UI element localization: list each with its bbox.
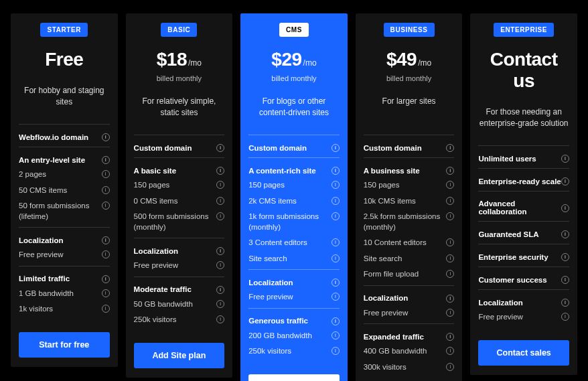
feature-group-title: Webflow.io domaini bbox=[19, 130, 110, 144]
info-icon[interactable]: i bbox=[102, 236, 110, 244]
info-icon[interactable]: i bbox=[561, 313, 569, 321]
feature-item: Form file uploadi bbox=[364, 266, 455, 283]
plan-card-starter: STARTERFreeFor hobby and staging sitesWe… bbox=[11, 13, 118, 367]
feature-item-text: 1 GB bandwidth bbox=[19, 289, 74, 299]
info-icon[interactable]: i bbox=[446, 333, 454, 341]
feature-item-text: 50 form submissions (lifetime) bbox=[19, 201, 98, 222]
feature-group-title-text: Enterprise-ready scale bbox=[478, 177, 561, 185]
feature-item-text: 200 GB bandwidth bbox=[248, 331, 312, 341]
info-icon[interactable]: i bbox=[332, 279, 340, 287]
info-icon[interactable]: i bbox=[102, 170, 110, 178]
info-icon[interactable]: i bbox=[102, 202, 110, 210]
feature-item-text: 50 GB bandwidth bbox=[134, 299, 193, 310]
feature-item-text: 10k CMS items bbox=[364, 196, 416, 207]
plan-price-line: Free bbox=[19, 49, 110, 70]
info-icon[interactable]: i bbox=[446, 270, 454, 278]
feature-item: 10k CMS itemsi bbox=[364, 194, 455, 210]
info-icon[interactable]: i bbox=[102, 275, 110, 283]
feature-item: 2.5k form submissions (monthly)i bbox=[364, 209, 455, 235]
feature-group: An entry-level sitei2 pagesi50 CMS items… bbox=[19, 147, 110, 227]
plan-per: /mo bbox=[188, 58, 202, 68]
plan-badge: BASIC bbox=[161, 23, 197, 37]
feature-group-title-text: Localization bbox=[478, 299, 522, 307]
info-icon[interactable]: i bbox=[332, 181, 340, 189]
info-icon[interactable]: i bbox=[216, 197, 224, 205]
info-icon[interactable]: i bbox=[102, 156, 110, 164]
info-icon[interactable]: i bbox=[561, 155, 569, 163]
info-icon[interactable]: i bbox=[216, 167, 224, 175]
info-icon[interactable]: i bbox=[216, 212, 224, 220]
info-icon[interactable]: i bbox=[216, 300, 224, 308]
info-icon[interactable]: i bbox=[332, 347, 340, 355]
info-icon[interactable]: i bbox=[102, 133, 110, 141]
info-icon[interactable]: i bbox=[332, 317, 340, 325]
plan-cta-button[interactable]: Start for free bbox=[19, 332, 110, 358]
info-icon[interactable]: i bbox=[561, 299, 569, 307]
feature-item-text: 400 GB bandwidth bbox=[364, 346, 427, 357]
feature-item-text: 2.5k form submissions (monthly) bbox=[364, 212, 443, 232]
feature-group-title: A basic sitei bbox=[134, 163, 225, 177]
plan-description: For larger sites bbox=[364, 96, 455, 120]
feature-item-text: Free preview bbox=[19, 250, 63, 260]
info-icon[interactable]: i bbox=[332, 144, 340, 152]
feature-group: LocalizationiFree previewi bbox=[478, 289, 569, 328]
info-icon[interactable]: i bbox=[332, 212, 340, 220]
info-icon[interactable]: i bbox=[102, 289, 110, 297]
info-icon[interactable]: i bbox=[561, 177, 569, 185]
feature-item: 1k form submissions (monthly)i bbox=[248, 209, 340, 235]
info-icon[interactable]: i bbox=[216, 247, 224, 255]
info-icon[interactable]: i bbox=[216, 261, 224, 269]
info-icon[interactable]: i bbox=[561, 230, 569, 238]
plan-cta-button[interactable]: Contact sales bbox=[478, 340, 569, 366]
info-icon[interactable]: i bbox=[446, 363, 454, 371]
info-icon[interactable]: i bbox=[332, 293, 340, 301]
pricing-plans: STARTERFreeFor hobby and staging sitesWe… bbox=[11, 13, 577, 381]
feature-item: 250k visitorsi bbox=[248, 344, 340, 360]
info-icon[interactable]: i bbox=[446, 197, 454, 205]
feature-item: 300k visitorsi bbox=[364, 360, 455, 376]
info-icon[interactable]: i bbox=[446, 254, 454, 262]
info-icon[interactable]: i bbox=[446, 295, 454, 303]
plan-cta-button[interactable]: Add Site plan bbox=[134, 343, 225, 368]
info-icon[interactable]: i bbox=[446, 212, 454, 220]
info-icon[interactable]: i bbox=[332, 167, 340, 175]
info-icon[interactable]: i bbox=[216, 144, 224, 152]
info-icon[interactable]: i bbox=[561, 253, 569, 261]
feature-group-title-text: A content-rich site bbox=[248, 167, 316, 175]
info-icon[interactable]: i bbox=[446, 144, 454, 152]
feature-item-text: 250k visitors bbox=[248, 346, 291, 357]
feature-group-title-text: Localization bbox=[248, 279, 293, 287]
info-icon[interactable]: i bbox=[332, 238, 340, 246]
info-icon[interactable]: i bbox=[332, 331, 340, 339]
info-icon[interactable]: i bbox=[102, 305, 110, 313]
feature-group-title-text: Custom domain bbox=[248, 144, 307, 152]
info-icon[interactable]: i bbox=[332, 254, 340, 262]
feature-group-title: A content-rich sitei bbox=[248, 163, 340, 177]
info-icon[interactable]: i bbox=[102, 186, 110, 194]
plan-card-cms: CMS$29/mobilled monthlyFor blogs or othe… bbox=[240, 13, 348, 381]
info-icon[interactable]: i bbox=[446, 347, 454, 355]
feature-item-text: Free preview bbox=[134, 260, 178, 271]
info-icon[interactable]: i bbox=[561, 276, 569, 284]
info-icon[interactable]: i bbox=[216, 181, 224, 189]
feature-group: Generous traffici200 GB bandwidthi250k v… bbox=[248, 308, 340, 362]
info-icon[interactable]: i bbox=[446, 238, 454, 246]
plan-per: /mo bbox=[418, 58, 431, 68]
info-icon[interactable]: i bbox=[102, 250, 110, 258]
info-icon[interactable]: i bbox=[216, 286, 224, 294]
feature-item-text: 3 Content editors bbox=[248, 238, 307, 248]
feature-group: Customer successi bbox=[478, 266, 569, 289]
feature-item-text: 1k form submissions (monthly) bbox=[248, 212, 327, 232]
feature-group-title-text: Localization bbox=[19, 236, 63, 244]
plan-badge: ENTERPRISE bbox=[494, 23, 554, 37]
info-icon[interactable]: i bbox=[446, 309, 454, 317]
info-icon[interactable]: i bbox=[216, 315, 224, 323]
plan-cta-button[interactable]: Add Site plan bbox=[248, 374, 340, 381]
feature-item: 3 Content editorsi bbox=[248, 235, 340, 251]
info-icon[interactable]: i bbox=[446, 167, 454, 175]
feature-item-text: 1k visitors bbox=[19, 304, 53, 315]
info-icon[interactable]: i bbox=[561, 204, 569, 212]
info-icon[interactable]: i bbox=[446, 181, 454, 189]
info-icon[interactable]: i bbox=[332, 197, 340, 205]
plan-price: $29 bbox=[271, 49, 301, 70]
